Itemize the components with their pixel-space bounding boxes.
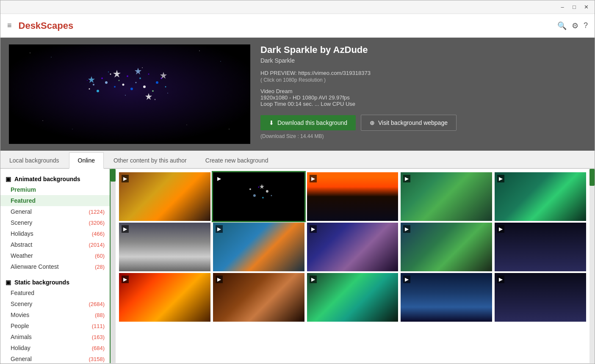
- sidebar-item-weather-count: (60): [95, 253, 105, 259]
- sidebar-item-general-static-label: General: [11, 356, 32, 362]
- gallery-thumb-1[interactable]: ▶: [119, 172, 210, 221]
- sidebar-item-scenery-static-label: Scenery: [11, 301, 32, 307]
- gallery-thumb-12[interactable]: ▶: [213, 273, 304, 322]
- sidebar-item-featured-static[interactable]: Featured: [0, 287, 110, 298]
- svg-point-26: [125, 95, 126, 96]
- static-section-icon: ▣: [6, 279, 11, 286]
- gallery-scrollbar-thumb[interactable]: [589, 169, 595, 186]
- svg-point-42: [262, 197, 264, 199]
- gallery-thumb-2[interactable]: ▶: [213, 172, 304, 221]
- app-title: DeskScapes: [19, 20, 74, 31]
- sidebar-item-general-static-count: (3158): [89, 356, 105, 362]
- sidebar-item-people-label: People: [11, 323, 29, 329]
- svg-point-8: [127, 75, 128, 77]
- tab-local[interactable]: Local backgrounds: [0, 152, 68, 168]
- sidebar-item-scenery-anim-count: (3206): [89, 220, 105, 226]
- sidebar-item-holidays-label: Holidays: [11, 230, 33, 237]
- gallery-thumb-3[interactable]: ▶: [307, 172, 399, 221]
- gallery-thumb-13[interactable]: ▶: [307, 273, 399, 322]
- sidebar-item-premium[interactable]: Premium: [0, 184, 110, 195]
- gallery-row-3: ▶ ▶ ▶ ▶ ▶: [119, 273, 586, 322]
- gallery-thumb-9[interactable]: ▶: [401, 223, 492, 271]
- svg-point-33: [199, 50, 200, 51]
- tab-create[interactable]: Create new background: [196, 152, 277, 168]
- svg-point-17: [89, 88, 90, 90]
- svg-point-9: [130, 88, 133, 90]
- sidebar-item-holidays-count: (466): [92, 231, 105, 237]
- tabs: Local backgrounds Online Other content b…: [0, 151, 595, 169]
- gallery-row-1: ▶ ▶ ▶ ▶: [119, 172, 586, 221]
- sidebar-item-movies-label: Movies: [11, 312, 29, 318]
- help-icon[interactable]: ?: [584, 21, 588, 30]
- preview-spec: 1920x1080 - HD 1080p AVI 29.97fps: [260, 94, 586, 101]
- gallery-thumb-15[interactable]: ▶: [495, 273, 586, 322]
- minimize-button[interactable]: –: [557, 2, 567, 12]
- gallery: ▶ ▶ ▶ ▶: [116, 169, 589, 363]
- sidebar-scrollbar-thumb[interactable]: [111, 169, 116, 182]
- svg-point-37: [72, 129, 73, 130]
- gallery-thumb-8[interactable]: ▶: [307, 223, 399, 271]
- gallery-thumb-6[interactable]: ▶: [119, 223, 210, 271]
- gallery-thumb-11[interactable]: ▶: [119, 273, 210, 322]
- close-button[interactable]: ✕: [581, 2, 591, 12]
- svg-point-40: [253, 194, 256, 197]
- download-icon: ⬇: [269, 119, 274, 126]
- svg-point-4: [114, 86, 116, 88]
- sidebar-item-general-label: General: [11, 208, 32, 215]
- svg-point-16: [93, 84, 94, 85]
- svg-point-41: [258, 187, 259, 188]
- download-button[interactable]: ⬇ Download this background: [260, 115, 356, 130]
- download-label: Download this background: [277, 119, 347, 126]
- gallery-scrollbar[interactable]: [589, 169, 595, 363]
- video-icon-8: ▶: [310, 225, 317, 233]
- svg-point-36: [229, 129, 230, 130]
- hamburger-menu-icon[interactable]: ≡: [7, 21, 12, 30]
- sidebar-item-alienware[interactable]: Alienware Contest (28): [0, 261, 110, 272]
- svg-point-3: [110, 74, 111, 75]
- static-section-title: ▣ Static backgrounds: [0, 276, 110, 287]
- tab-author[interactable]: Other content by this author: [105, 152, 196, 168]
- svg-marker-45: [260, 184, 264, 189]
- sidebar-item-scenery-anim-label: Scenery: [11, 219, 32, 226]
- svg-point-30: [167, 93, 168, 94]
- sidebar-item-scenery-anim[interactable]: Scenery (3206): [0, 217, 110, 228]
- video-icon-3: ▶: [310, 175, 317, 182]
- preview-image: [9, 44, 250, 144]
- sidebar-item-animals-count: (163): [92, 334, 105, 340]
- sidebar-item-movies[interactable]: Movies (88): [0, 309, 110, 320]
- sidebar-item-animals[interactable]: Animals (163): [0, 331, 110, 342]
- sidebar-item-scenery-static[interactable]: Scenery (2684): [0, 298, 110, 309]
- svg-point-12: [143, 85, 146, 88]
- static-section-label: Static backgrounds: [14, 279, 69, 286]
- settings-icon[interactable]: ⚙: [572, 21, 578, 30]
- visit-webpage-button[interactable]: ⊕ Visit background webpage: [361, 115, 457, 131]
- svg-point-28: [155, 99, 156, 100]
- svg-point-1: [101, 77, 103, 79]
- svg-point-10: [136, 82, 137, 83]
- download-size: (Download Size : 14.44 MB): [260, 133, 586, 139]
- sidebar-item-weather[interactable]: Weather (60): [0, 250, 110, 261]
- sidebar-item-general-static[interactable]: General (3158): [0, 353, 110, 363]
- sidebar-item-holiday-static[interactable]: Holiday (684): [0, 342, 110, 353]
- sidebar-item-holidays[interactable]: Holidays (466): [0, 228, 110, 239]
- gallery-thumb-10[interactable]: ▶: [495, 223, 586, 271]
- maximize-button[interactable]: □: [569, 2, 579, 12]
- sidebar-item-featured-anim[interactable]: Featured: [0, 195, 110, 206]
- sidebar-item-animals-label: Animals: [11, 334, 32, 340]
- svg-point-34: [220, 61, 221, 62]
- gallery-thumb-5[interactable]: ▶: [495, 172, 586, 221]
- sidebar-item-abstract[interactable]: Abstract (2014): [0, 239, 110, 250]
- tab-online[interactable]: Online: [69, 152, 104, 169]
- sidebar-item-general[interactable]: General (1224): [0, 206, 110, 217]
- svg-point-43: [266, 190, 268, 193]
- sidebar-item-alienware-label: Alienware Contest: [11, 263, 59, 270]
- gallery-thumb-14[interactable]: ▶: [401, 273, 492, 322]
- gallery-thumb-7[interactable]: ▶: [213, 223, 304, 271]
- svg-point-29: [87, 80, 88, 81]
- gallery-thumb-4[interactable]: ▶: [401, 172, 492, 221]
- video-icon-5: ▶: [497, 175, 504, 182]
- sidebar-item-people[interactable]: People (111): [0, 320, 110, 331]
- svg-point-39: [249, 188, 251, 190]
- sidebar-scrollbar[interactable]: [111, 169, 116, 363]
- search-icon[interactable]: 🔍: [557, 21, 567, 30]
